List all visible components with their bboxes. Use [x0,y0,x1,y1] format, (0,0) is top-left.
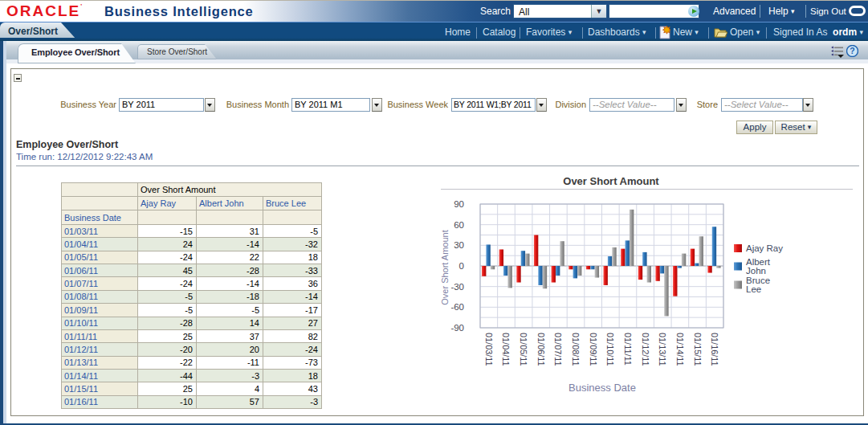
svg-text:Over Short Amount: Over Short Amount [440,230,450,305]
svg-text:01/11/11: 01/11/11 [623,333,633,366]
svg-text:01/10/11: 01/10/11 [605,333,615,366]
svg-text:Ajay Ray: Ajay Ray [746,243,783,253]
svg-text:01/09/11: 01/09/11 [589,333,598,366]
svg-text:Business Date: Business Date [568,382,636,394]
svg-text:-60: -60 [450,302,464,312]
svg-text:0: 0 [459,261,464,271]
svg-text:01/12/11: 01/12/11 [641,333,650,366]
svg-text:?: ? [850,46,854,55]
svg-text:01/06/11: 01/06/11 [536,333,546,366]
svg-text:01/05/11: 01/05/11 [519,333,528,366]
svg-text:01/03/11: 01/03/11 [484,333,494,366]
svg-text:01/15/11: 01/15/11 [693,333,703,366]
svg-text:Lee: Lee [746,284,761,294]
svg-text:01/08/11: 01/08/11 [571,333,581,366]
svg-text:Over Short Amount: Over Short Amount [563,175,659,187]
svg-text:01/16/11: 01/16/11 [710,333,719,366]
svg-text:-90: -90 [450,323,464,333]
svg-text:30: 30 [454,240,464,250]
svg-text:60: 60 [454,220,464,230]
svg-text:-30: -30 [450,282,464,292]
svg-text:01/07/11: 01/07/11 [553,333,563,366]
svg-text:John: John [746,266,766,276]
svg-text:01/14/11: 01/14/11 [675,333,685,366]
svg-text:01/04/11: 01/04/11 [501,333,511,366]
svg-text:01/13/11: 01/13/11 [658,333,667,366]
svg-text:90: 90 [454,199,464,209]
